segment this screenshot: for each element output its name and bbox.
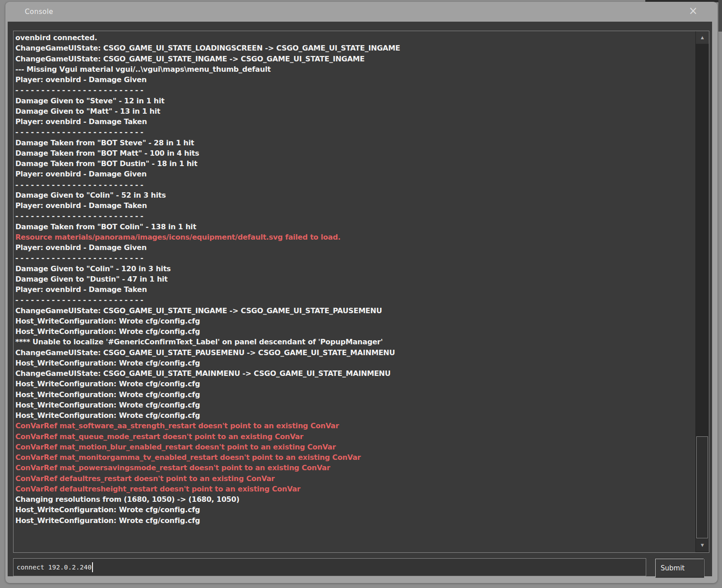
submit-button[interactable]: Submit — [655, 559, 704, 578]
console-line: Damage Taken from "BOT Steve" - 28 in 1 … — [15, 138, 695, 148]
console-line: Player: ovenbird - Damage Given — [15, 169, 695, 179]
console-line: Host_WriteConfiguration: Wrote cfg/confi… — [15, 379, 695, 389]
console-log: ovenbird connected.ChangeGameUIState: CS… — [14, 31, 695, 552]
console-line: Host_WriteConfiguration: Wrote cfg/confi… — [15, 410, 695, 421]
console-line: ChangeGameUIState: CSGO_GAME_UI_STATE_LO… — [15, 43, 695, 53]
console-line: Player: ovenbird - Damage Taken — [15, 116, 695, 127]
console-line: Player: ovenbird - Damage Taken — [15, 284, 695, 295]
scrollbar[interactable]: ▲ ▼ — [695, 31, 709, 552]
console-line: Player: ovenbird - Damage Given — [15, 74, 695, 85]
scrollbar-thumb[interactable] — [696, 436, 708, 538]
console-line: Host_WriteConfiguration: Wrote cfg/confi… — [15, 358, 695, 368]
console-line: ------------------------- — [15, 85, 695, 95]
console-line: Damage Taken from "BOT Matt" - 100 in 4 … — [15, 148, 695, 158]
console-line: ------------------------- — [15, 180, 695, 190]
console-line: ConVarRef mat_monitorgamma_tv_enabled_re… — [15, 452, 695, 463]
console-line: Player: ovenbird - Damage Taken — [15, 200, 695, 211]
console-line: ConVarRef defaultresheight_restart doesn… — [15, 484, 695, 494]
console-line: --- Missing Vgui material vgui/..\vgui\m… — [15, 64, 695, 74]
background-sliver — [718, 0, 722, 32]
console-line: Damage Taken from "BOT Colin" - 138 in 1… — [15, 222, 695, 232]
console-line: Changing resolutions from (1680, 1050) -… — [15, 494, 695, 505]
close-icon[interactable]: × — [689, 5, 698, 16]
console-line: **** Unable to localize '#GenericConfirm… — [15, 337, 695, 347]
text-cursor — [92, 562, 93, 572]
console-line: ------------------------- — [15, 295, 695, 305]
console-line: ChangeGameUIState: CSGO_GAME_UI_STATE_MA… — [15, 368, 695, 379]
scroll-up-button[interactable]: ▲ — [696, 31, 709, 44]
console-line: ovenbird connected. — [15, 32, 695, 43]
console-line: Damage Given to "Matt" - 13 in 1 hit — [15, 106, 695, 116]
console-line: ChangeGameUIState: CSGO_GAME_UI_STATE_PA… — [15, 347, 695, 358]
command-input-value: connect 192.0.2.240 — [17, 564, 92, 571]
command-input[interactable]: connect 192.0.2.240 — [13, 558, 646, 576]
console-line: ConVarRef mat_motion_blur_enabled_restar… — [15, 442, 695, 452]
console-line: ChangeGameUIState: CSGO_GAME_UI_STATE_IN… — [15, 54, 695, 64]
window-title: Console — [25, 8, 53, 16]
console-line: Host_WriteConfiguration: Wrote cfg/confi… — [15, 389, 695, 400]
console-line: Damage Given to "Colin" - 52 in 3 hits — [15, 190, 695, 200]
console-line: ConVarRef mat_software_aa_strength_resta… — [15, 421, 695, 431]
console-line: Player: ovenbird - Damage Given — [15, 242, 695, 253]
console-line: Resource materials/panorama/images/icons… — [15, 232, 695, 242]
console-output-panel[interactable]: ovenbird connected.ChangeGameUIState: CS… — [13, 31, 709, 553]
title-bar[interactable]: Console × — [5, 2, 717, 22]
console-line: Damage Taken from "BOT Dustin" - 18 in 1… — [15, 158, 695, 169]
scroll-down-icon: ▼ — [701, 543, 704, 547]
scroll-up-icon: ▲ — [701, 36, 704, 40]
scroll-down-button[interactable]: ▼ — [696, 539, 709, 551]
console-line: Host_WriteConfiguration: Wrote cfg/confi… — [15, 515, 695, 526]
console-line: ------------------------- — [15, 253, 695, 263]
console-line: ConVarRef defaultres_restart doesn't poi… — [15, 473, 695, 484]
console-line: Host_WriteConfiguration: Wrote cfg/confi… — [15, 326, 695, 337]
window-body: ovenbird connected.ChangeGameUIState: CS… — [8, 22, 712, 576]
console-line: ConVarRef mat_powersavingsmode_restart d… — [15, 463, 695, 473]
console-line: ChangeGameUIState: CSGO_GAME_UI_STATE_IN… — [15, 306, 695, 316]
console-line: ------------------------- — [15, 211, 695, 221]
console-line: Host_WriteConfiguration: Wrote cfg/confi… — [15, 400, 695, 410]
console-line: ConVarRef mat_queue_mode_restart doesn't… — [15, 431, 695, 442]
console-line: Damage Given to "Colin" - 120 in 3 hits — [15, 264, 695, 274]
console-line: Damage Given to "Steve" - 12 in 1 hit — [15, 96, 695, 106]
console-line: Damage Given to "Dustin" - 47 in 1 hit — [15, 274, 695, 284]
console-window: Console × ovenbird connected.ChangeGameU… — [5, 2, 717, 583]
console-line: ------------------------- — [15, 127, 695, 137]
console-line: Host_WriteConfiguration: Wrote cfg/confi… — [15, 505, 695, 515]
console-line: Host_WriteConfiguration: Wrote cfg/confi… — [15, 316, 695, 326]
